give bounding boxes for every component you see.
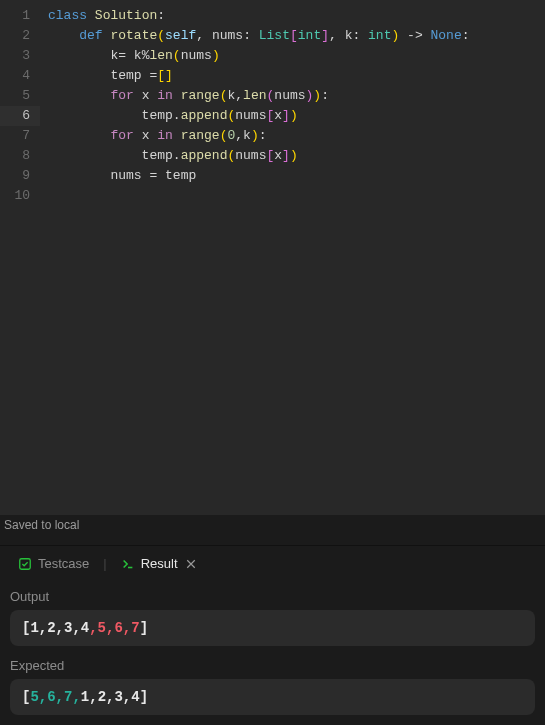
result-tabs: Testcase | Result [0, 545, 545, 581]
tab-testcase-label: Testcase [38, 556, 89, 571]
result-panel: Output [1,2,3,4,5,6,7] Expected [5,6,7,1… [0, 581, 545, 725]
tab-result[interactable]: Result [113, 550, 206, 577]
code-line[interactable]: temp.append(nums[x]) [48, 106, 545, 126]
line-number: 5 [0, 86, 40, 106]
code-line[interactable]: temp =[] [48, 66, 545, 86]
line-number: 7 [0, 126, 40, 146]
diff-token: 1,2,3,4 [81, 689, 140, 705]
line-number: 10 [0, 186, 40, 206]
code-line[interactable]: class Solution: [48, 6, 545, 26]
code-editor[interactable]: 12345678910 class Solution: def rotate(s… [0, 0, 545, 515]
tab-result-label: Result [141, 556, 178, 571]
diff-token: ,5,6,7 [89, 620, 139, 636]
output-tokens: 1,2,3,4,5,6,7 [30, 620, 139, 636]
code-line[interactable]: k= k%len(nums) [48, 46, 545, 66]
line-number: 2 [0, 26, 40, 46]
code-line[interactable]: for x in range(k,len(nums)): [48, 86, 545, 106]
close-icon[interactable] [184, 557, 198, 571]
panel-drag-handle[interactable] [0, 535, 545, 545]
line-number: 1 [0, 6, 40, 26]
terminal-icon [121, 557, 135, 571]
line-number-gutter: 12345678910 [0, 0, 40, 515]
expected-box: [5,6,7,1,2,3,4] [10, 679, 535, 715]
code-line[interactable]: temp.append(nums[x]) [48, 146, 545, 166]
tab-testcase[interactable]: Testcase [10, 550, 97, 577]
line-number: 3 [0, 46, 40, 66]
line-number: 6 [0, 106, 40, 126]
diff-token: 1,2,3,4 [30, 620, 89, 636]
output-box: [1,2,3,4,5,6,7] [10, 610, 535, 646]
code-line[interactable]: for x in range(0,k): [48, 126, 545, 146]
code-line[interactable] [48, 186, 545, 206]
code-line[interactable]: nums = temp [48, 166, 545, 186]
expected-label: Expected [10, 658, 535, 673]
bracket-close: ] [140, 689, 148, 705]
line-number: 8 [0, 146, 40, 166]
code-pre[interactable]: class Solution: def rotate(self, nums: L… [48, 6, 545, 206]
diff-token: 5,6,7, [30, 689, 80, 705]
expected-tokens: 5,6,7,1,2,3,4 [30, 689, 139, 705]
status-bar: Saved to local [0, 515, 545, 535]
testcase-icon [18, 557, 32, 571]
code-area[interactable]: class Solution: def rotate(self, nums: L… [40, 0, 545, 515]
tab-separator: | [101, 556, 108, 571]
status-text: Saved to local [4, 518, 79, 532]
line-number: 9 [0, 166, 40, 186]
line-number: 4 [0, 66, 40, 86]
bracket-close: ] [140, 620, 148, 636]
output-label: Output [10, 589, 535, 604]
code-line[interactable]: def rotate(self, nums: List[int], k: int… [48, 26, 545, 46]
